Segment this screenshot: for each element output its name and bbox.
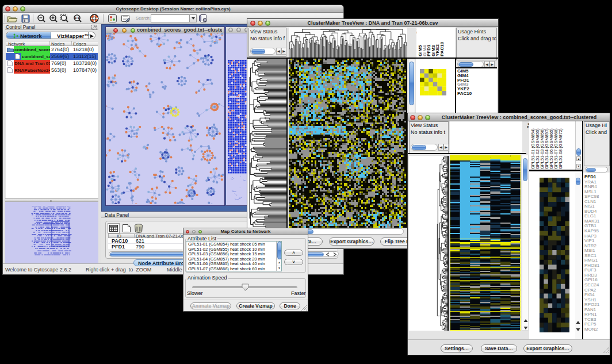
svg-text:PAC10: PAC10 bbox=[439, 41, 445, 56]
svg-text:GPL51-08 (GSM872): GPL51-08 (GSM872) bbox=[558, 128, 563, 169]
svg-text:1:1: 1:1 bbox=[75, 16, 79, 20]
